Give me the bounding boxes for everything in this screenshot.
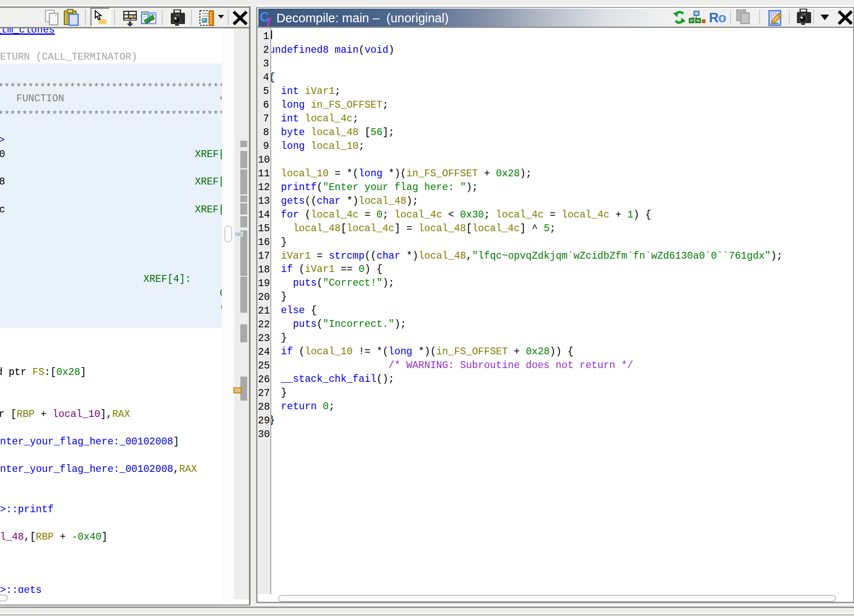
svg-text:Ro: Ro [709, 10, 726, 25]
svg-text:f: f [267, 15, 271, 27]
